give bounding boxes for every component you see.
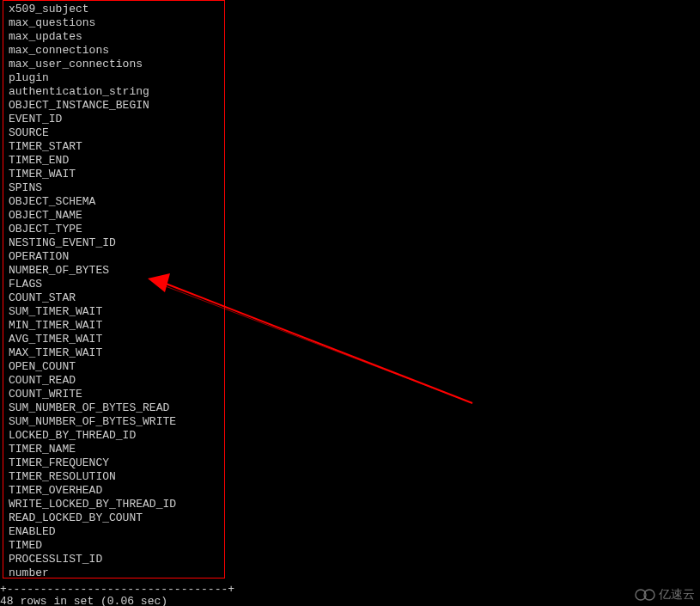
watermark: 亿速云 (635, 587, 695, 603)
column-name-row: OBJECT_SCHEMA (9, 195, 219, 209)
column-name-row: TIMER_RESOLUTION (9, 470, 219, 484)
column-name-row: COUNT_WRITE (9, 388, 219, 401)
column-name-row: TIMER_END (9, 154, 219, 168)
result-summary: 48 rows in set (0.06 sec) (0, 595, 167, 606)
column-list: x509_subjectmax_questionsmax_updatesmax_… (9, 3, 219, 580)
column-name-row: x509_subject (9, 3, 219, 16)
column-name-row: TIMER_OVERHEAD (9, 484, 219, 498)
column-name-row: PROCESSLIST_ID (9, 553, 219, 566)
column-name-row: WRITE_LOCKED_BY_THREAD_ID (9, 498, 219, 511)
column-name-row: ENABLED (9, 525, 219, 539)
column-name-row: NUMBER_OF_BYTES (9, 264, 219, 278)
column-name-row: SUM_TIMER_WAIT (9, 305, 219, 319)
column-name-row: EVENT_ID (9, 113, 219, 126)
column-name-row: FLAGS (9, 278, 219, 291)
column-name-row: TIMER_FREQUENCY (9, 456, 219, 470)
column-name-row: MAX_TIMER_WAIT (9, 346, 219, 360)
watermark-text: 亿速云 (659, 587, 695, 603)
column-name-row: OPEN_COUNT (9, 360, 219, 374)
table-separator: +---------------------------------+ (0, 583, 234, 596)
column-name-row: READ_LOCKED_BY_COUNT (9, 511, 219, 525)
column-name-row: TIMER_START (9, 140, 219, 154)
column-name-row: plugin (9, 71, 219, 85)
terminal-output-box: x509_subjectmax_questionsmax_updatesmax_… (3, 0, 225, 578)
column-name-row: COUNT_STAR (9, 291, 219, 305)
column-name-row: max_updates (9, 30, 219, 44)
column-name-row: TIMED (9, 539, 219, 553)
watermark-logo-icon (635, 588, 655, 602)
column-name-row: NESTING_EVENT_ID (9, 236, 219, 250)
column-name-row: TIMER_WAIT (9, 168, 219, 181)
column-name-row: number (9, 566, 219, 580)
column-name-row: max_user_connections (9, 58, 219, 71)
column-name-row: OBJECT_NAME (9, 209, 219, 223)
column-name-row: SOURCE (9, 126, 219, 140)
column-name-row: AVG_TIMER_WAIT (9, 333, 219, 346)
column-name-row: COUNT_READ (9, 374, 219, 388)
column-name-row: OBJECT_INSTANCE_BEGIN (9, 99, 219, 113)
column-name-row: SUM_NUMBER_OF_BYTES_READ (9, 401, 219, 415)
column-name-row: OBJECT_TYPE (9, 223, 219, 236)
column-name-row: OPERATION (9, 250, 219, 264)
column-name-row: max_questions (9, 16, 219, 30)
column-name-row: MIN_TIMER_WAIT (9, 319, 219, 333)
column-name-row: LOCKED_BY_THREAD_ID (9, 429, 219, 443)
column-name-row: max_connections (9, 44, 219, 58)
column-name-row: SPINS (9, 181, 219, 195)
column-name-row: authentication_string (9, 85, 219, 99)
column-name-row: SUM_NUMBER_OF_BYTES_WRITE (9, 415, 219, 429)
column-name-row: TIMER_NAME (9, 443, 219, 456)
